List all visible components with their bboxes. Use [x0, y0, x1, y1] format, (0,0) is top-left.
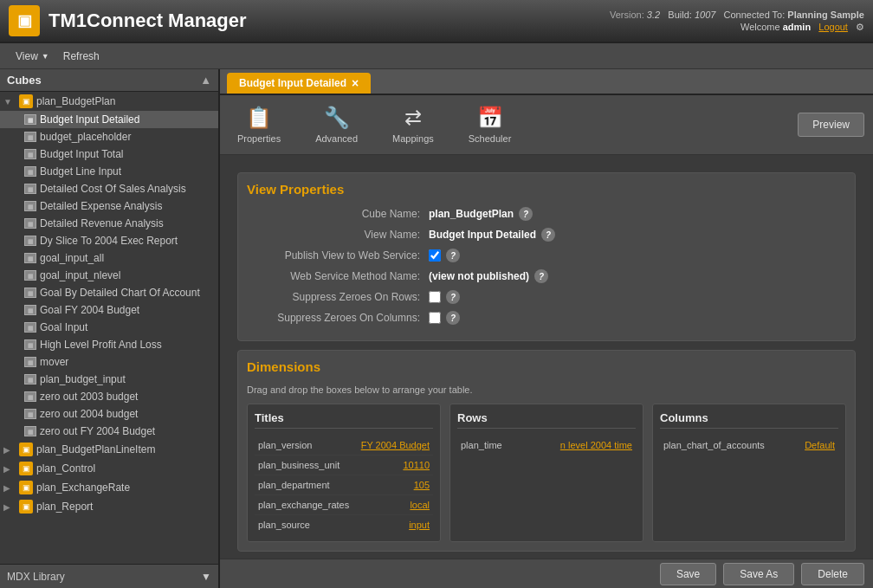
- dim-row-plan-version[interactable]: plan_version FY 2004 Budget: [255, 436, 433, 456]
- view-icon: ▦: [24, 374, 36, 384]
- tab-mappings[interactable]: ⇄ Mappings: [384, 102, 443, 147]
- suppress-rows-help-icon[interactable]: ?: [446, 290, 460, 304]
- save-button[interactable]: Save: [660, 563, 716, 585]
- publish-help-icon[interactable]: ?: [446, 249, 460, 262]
- dim-row-plan-business-unit[interactable]: plan_business_unit 10110: [255, 456, 433, 475]
- app-logo: ▣: [9, 5, 40, 36]
- sidebar-item-plan-budgetplanlineitem[interactable]: ▶ ▣ plan_BudgetPlanLineItem: [0, 440, 218, 459]
- sidebar-item-budget-placeholder[interactable]: ▦ budget_placeholder: [0, 128, 218, 145]
- tab-scheduler[interactable]: 📅 Scheduler: [460, 102, 521, 147]
- properties-tab-label: Properties: [237, 133, 281, 144]
- sidebar-item-goal-input-all[interactable]: ▦ goal_input_all: [0, 249, 218, 267]
- dim-value[interactable]: n level 2004 time: [560, 440, 632, 450]
- dim-value[interactable]: input: [409, 520, 430, 530]
- expand-icon: ▶: [3, 502, 16, 512]
- view-icon: ▦: [24, 357, 36, 367]
- cubes-header-label: Cubes: [7, 74, 42, 87]
- sidebar-item-plan-budget-input[interactable]: ▦ plan_budget_input: [0, 371, 218, 388]
- build-label: Build:: [668, 10, 692, 20]
- mappings-tab-label: Mappings: [392, 133, 434, 144]
- cube-folder-icon: ▣: [19, 462, 33, 475]
- view-icon: ▦: [24, 166, 36, 177]
- toolbar: View ▼ Refresh: [0, 43, 873, 69]
- sidebar-item-detailed-revenue[interactable]: ▦ Detailed Revenue Analysis: [0, 215, 218, 232]
- sidebar-item-detailed-expense[interactable]: ▦ Detailed Expense Analysis: [0, 197, 218, 215]
- mdx-library[interactable]: MDX Library ▼: [0, 564, 218, 588]
- tab-advanced[interactable]: 🔧 Advanced: [307, 102, 366, 147]
- suppress-rows-checkbox[interactable]: [429, 291, 441, 303]
- sidebar-item-goal-fy[interactable]: ▦ Goal FY 2004 Budget: [0, 301, 218, 319]
- sidebar-item-plan-exchangerate[interactable]: ▶ ▣ plan_ExchangeRate: [0, 478, 218, 497]
- refresh-button[interactable]: Refresh: [56, 48, 107, 64]
- cube-label: plan_Control: [36, 462, 95, 475]
- sidebar-item-mover[interactable]: ▦ mover: [0, 353, 218, 371]
- view-icon: ▦: [24, 132, 36, 142]
- dim-name: plan_source: [258, 520, 310, 530]
- view-icon: ▦: [24, 218, 36, 229]
- suppress-cols-label: Suppress Zeroes On Columns:: [247, 312, 420, 324]
- sidebar-item-dy-slice[interactable]: ▦ Dy Slice To 2004 Exec Report: [0, 232, 218, 249]
- sidebar-item-zero-fy2004[interactable]: ▦ zero out FY 2004 Budget: [0, 423, 218, 440]
- sidebar-item-plan-control[interactable]: ▶ ▣ plan_Control: [0, 459, 218, 478]
- dim-value[interactable]: FY 2004 Budget: [361, 440, 430, 450]
- dim-name: plan_version: [258, 440, 312, 450]
- properties-icon: 📋: [246, 106, 272, 130]
- view-name-label: View Name:: [247, 229, 420, 241]
- dim-row-plan-department[interactable]: plan_department 105: [255, 475, 433, 495]
- tab-properties[interactable]: 📋 Properties: [229, 102, 289, 147]
- sidebar-item-plan-budgetplan[interactable]: ▼ ▣ plan_BudgetPlan: [0, 92, 218, 111]
- sidebar-item-plan-report[interactable]: ▶ ▣ plan_Report: [0, 497, 218, 516]
- publish-checkbox[interactable]: [429, 249, 441, 262]
- view-name-row: View Name: Budget Input Detailed ?: [247, 228, 846, 242]
- sidebar-item-budget-line-input[interactable]: ▦ Budget Line Input: [0, 163, 218, 180]
- suppress-rows-value: ?: [429, 290, 460, 304]
- view-label: mover: [40, 356, 68, 368]
- sidebar-item-budget-input-detailed[interactable]: ▦ Budget Input Detailed: [0, 111, 218, 128]
- scheduler-icon: 📅: [477, 106, 503, 130]
- sidebar-collapse-icon[interactable]: ▲: [200, 74, 211, 87]
- build-number: 1007: [695, 10, 715, 20]
- logout-link[interactable]: Logout: [818, 22, 848, 32]
- suppress-cols-value: ?: [429, 311, 460, 325]
- view-name-help-icon[interactable]: ?: [541, 228, 555, 242]
- sidebar-item-detailed-cost[interactable]: ▦ Detailed Cost Of Sales Analysis: [0, 180, 218, 197]
- dim-row-plan-chart[interactable]: plan_chart_of_accounts Default: [660, 436, 838, 455]
- suppress-cols-checkbox[interactable]: [429, 312, 441, 324]
- sidebar-item-zero-2004[interactable]: ▦ zero out 2004 budget: [0, 405, 218, 423]
- view-name-value: Budget Input Detailed ?: [429, 228, 555, 242]
- sidebar-item-goal-input-nlevel[interactable]: ▦ goal_input_nlevel: [0, 267, 218, 284]
- view-dropdown-arrow: ▼: [42, 52, 49, 61]
- sidebar-item-budget-input-total[interactable]: ▦ Budget Input Total: [0, 145, 218, 163]
- dim-value[interactable]: 105: [414, 480, 430, 490]
- sidebar-item-goal-input[interactable]: ▦ Goal Input: [0, 319, 218, 336]
- sidebar-item-goal-by-detailed[interactable]: ▦ Goal By Detailed Chart Of Account: [0, 284, 218, 301]
- save-as-button[interactable]: Save As: [723, 563, 794, 585]
- dim-row-plan-exchange-rates[interactable]: plan_exchange_rates local: [255, 495, 433, 515]
- sidebar-item-zero-2003[interactable]: ▦ zero out 2003 budget: [0, 388, 218, 405]
- view-label: Goal FY 2004 Budget: [40, 304, 139, 316]
- view-label: zero out FY 2004 Budget: [40, 425, 155, 437]
- preview-button[interactable]: Preview: [798, 113, 864, 137]
- cube-name-help-icon[interactable]: ?: [519, 207, 533, 221]
- dim-row-plan-time[interactable]: plan_time n level 2004 time: [457, 436, 636, 455]
- view-label: Goal By Detailed Chart Of Account: [40, 287, 200, 299]
- gear-icon[interactable]: ⚙: [856, 22, 864, 32]
- advanced-icon: 🔧: [324, 106, 350, 130]
- dim-value[interactable]: Default: [805, 440, 835, 450]
- delete-button[interactable]: Delete: [801, 563, 864, 585]
- dim-value[interactable]: 10110: [403, 460, 430, 470]
- budget-input-tab[interactable]: Budget Input Detailed ×: [227, 73, 371, 94]
- view-menu[interactable]: View ▼: [9, 48, 56, 64]
- view-icon: ▦: [24, 322, 36, 333]
- web-method-row: Web Service Method Name: (view not publi…: [247, 269, 846, 283]
- view-icon: ▦: [24, 184, 36, 194]
- sidebar-item-high-level[interactable]: ▦ High Level Profit And Loss: [0, 336, 218, 353]
- tab-close-icon[interactable]: ×: [352, 77, 359, 89]
- web-method-help-icon[interactable]: ?: [534, 269, 548, 283]
- app-title: TM1Connect Manager: [48, 10, 610, 32]
- version-label: Version:: [610, 10, 644, 20]
- dim-value[interactable]: local: [410, 500, 430, 510]
- tab-bar: Budget Input Detailed ×: [220, 69, 873, 95]
- dim-row-plan-source[interactable]: plan_source input: [255, 515, 433, 534]
- suppress-cols-help-icon[interactable]: ?: [446, 311, 460, 325]
